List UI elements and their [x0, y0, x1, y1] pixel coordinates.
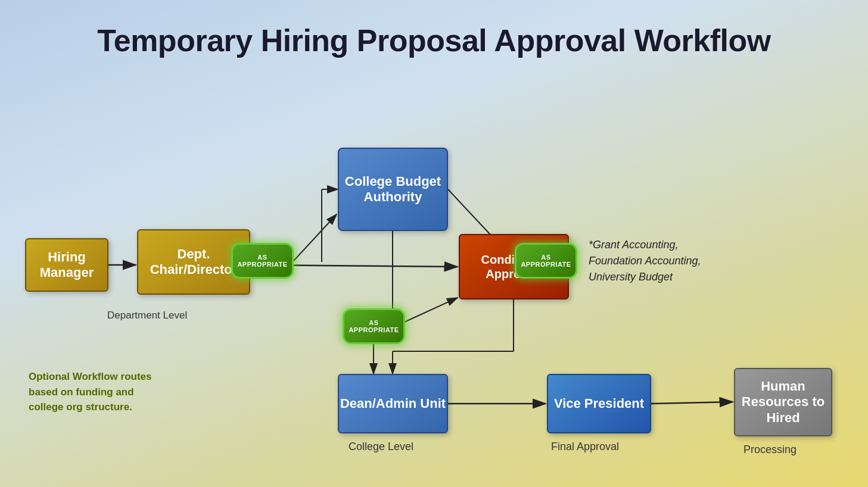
college-level-label: College Level — [349, 441, 413, 453]
college-budget-box: College Budget Authority — [338, 148, 448, 231]
final-approval-label: Final Approval — [551, 441, 619, 453]
hiring-manager-box: Hiring Manager — [25, 238, 108, 292]
as-appropriate-bubble-bottom: AS APPROPRIATE — [343, 308, 405, 344]
as-appropriate-bubble-right: AS APPROPRIATE — [515, 243, 577, 279]
hr-box: Human Resources to Hired — [734, 368, 832, 436]
processing-label: Processing — [743, 444, 797, 456]
optional-note: Optional Workflow routes based on fundin… — [29, 369, 154, 415]
dean-admin-box: Dean/Admin Unit — [338, 374, 448, 433]
as-appropriate-bubble-left: AS APPROPRIATE — [231, 243, 294, 279]
svg-line-13 — [294, 214, 337, 261]
department-level-label: Department Level — [107, 310, 187, 321]
grant-note: *Grant Accounting,Foundation Accounting,… — [589, 237, 701, 285]
page-title: Temporary Hiring Proposal Approval Workf… — [0, 0, 868, 58]
diagram-area: Hiring Manager Dept. Chair/Director Coll… — [0, 77, 868, 487]
svg-line-12 — [651, 402, 733, 404]
vice-president-box: Vice President — [547, 374, 651, 433]
